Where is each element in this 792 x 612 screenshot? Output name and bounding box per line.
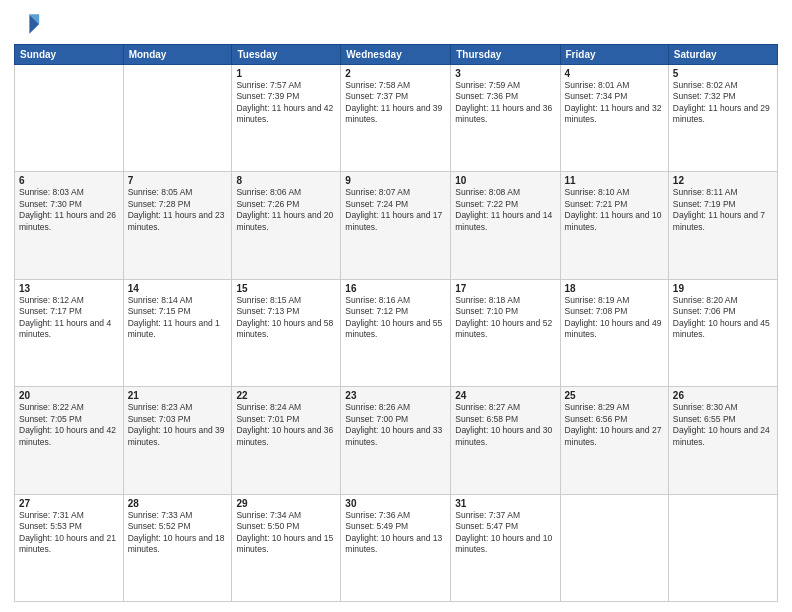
day-header-friday: Friday [560, 45, 668, 65]
day-info: Sunrise: 7:31 AM Sunset: 5:53 PM Dayligh… [19, 510, 119, 556]
day-info: Sunrise: 8:14 AM Sunset: 7:15 PM Dayligh… [128, 295, 228, 341]
day-info: Sunrise: 8:03 AM Sunset: 7:30 PM Dayligh… [19, 187, 119, 233]
day-info: Sunrise: 7:59 AM Sunset: 7:36 PM Dayligh… [455, 80, 555, 126]
calendar-cell: 7Sunrise: 8:05 AM Sunset: 7:28 PM Daylig… [123, 172, 232, 279]
header [14, 10, 778, 38]
day-number: 22 [236, 390, 336, 401]
day-info: Sunrise: 8:19 AM Sunset: 7:08 PM Dayligh… [565, 295, 664, 341]
day-number: 23 [345, 390, 446, 401]
day-number: 29 [236, 498, 336, 509]
calendar-cell: 23Sunrise: 8:26 AM Sunset: 7:00 PM Dayli… [341, 387, 451, 494]
day-number: 14 [128, 283, 228, 294]
calendar-week-1: 1Sunrise: 7:57 AM Sunset: 7:39 PM Daylig… [15, 65, 778, 172]
day-number: 18 [565, 283, 664, 294]
day-info: Sunrise: 8:30 AM Sunset: 6:55 PM Dayligh… [673, 402, 773, 448]
calendar-cell: 11Sunrise: 8:10 AM Sunset: 7:21 PM Dayli… [560, 172, 668, 279]
day-info: Sunrise: 8:11 AM Sunset: 7:19 PM Dayligh… [673, 187, 773, 233]
calendar-cell: 26Sunrise: 8:30 AM Sunset: 6:55 PM Dayli… [668, 387, 777, 494]
day-number: 16 [345, 283, 446, 294]
day-number: 1 [236, 68, 336, 79]
day-info: Sunrise: 7:36 AM Sunset: 5:49 PM Dayligh… [345, 510, 446, 556]
day-info: Sunrise: 8:18 AM Sunset: 7:10 PM Dayligh… [455, 295, 555, 341]
day-header-tuesday: Tuesday [232, 45, 341, 65]
calendar-cell: 5Sunrise: 8:02 AM Sunset: 7:32 PM Daylig… [668, 65, 777, 172]
page: SundayMondayTuesdayWednesdayThursdayFrid… [0, 0, 792, 612]
day-number: 13 [19, 283, 119, 294]
day-info: Sunrise: 8:24 AM Sunset: 7:01 PM Dayligh… [236, 402, 336, 448]
day-info: Sunrise: 8:08 AM Sunset: 7:22 PM Dayligh… [455, 187, 555, 233]
day-number: 20 [19, 390, 119, 401]
logo [14, 10, 46, 38]
calendar-cell: 15Sunrise: 8:15 AM Sunset: 7:13 PM Dayli… [232, 279, 341, 386]
day-number: 31 [455, 498, 555, 509]
day-number: 6 [19, 175, 119, 186]
calendar-cell: 14Sunrise: 8:14 AM Sunset: 7:15 PM Dayli… [123, 279, 232, 386]
calendar-week-3: 13Sunrise: 8:12 AM Sunset: 7:17 PM Dayli… [15, 279, 778, 386]
calendar-cell: 29Sunrise: 7:34 AM Sunset: 5:50 PM Dayli… [232, 494, 341, 601]
calendar-cell [560, 494, 668, 601]
day-info: Sunrise: 8:07 AM Sunset: 7:24 PM Dayligh… [345, 187, 446, 233]
day-number: 2 [345, 68, 446, 79]
calendar-cell: 16Sunrise: 8:16 AM Sunset: 7:12 PM Dayli… [341, 279, 451, 386]
day-number: 24 [455, 390, 555, 401]
calendar-cell: 2Sunrise: 7:58 AM Sunset: 7:37 PM Daylig… [341, 65, 451, 172]
calendar-cell: 24Sunrise: 8:27 AM Sunset: 6:58 PM Dayli… [451, 387, 560, 494]
day-number: 12 [673, 175, 773, 186]
calendar-cell [123, 65, 232, 172]
calendar-cell: 6Sunrise: 8:03 AM Sunset: 7:30 PM Daylig… [15, 172, 124, 279]
calendar-cell [668, 494, 777, 601]
day-number: 21 [128, 390, 228, 401]
day-number: 5 [673, 68, 773, 79]
day-number: 15 [236, 283, 336, 294]
calendar-cell: 20Sunrise: 8:22 AM Sunset: 7:05 PM Dayli… [15, 387, 124, 494]
day-info: Sunrise: 8:01 AM Sunset: 7:34 PM Dayligh… [565, 80, 664, 126]
day-number: 8 [236, 175, 336, 186]
calendar-cell: 27Sunrise: 7:31 AM Sunset: 5:53 PM Dayli… [15, 494, 124, 601]
calendar-week-2: 6Sunrise: 8:03 AM Sunset: 7:30 PM Daylig… [15, 172, 778, 279]
day-header-monday: Monday [123, 45, 232, 65]
calendar-header-row: SundayMondayTuesdayWednesdayThursdayFrid… [15, 45, 778, 65]
day-number: 19 [673, 283, 773, 294]
day-info: Sunrise: 8:12 AM Sunset: 7:17 PM Dayligh… [19, 295, 119, 341]
day-number: 28 [128, 498, 228, 509]
day-number: 7 [128, 175, 228, 186]
day-info: Sunrise: 7:57 AM Sunset: 7:39 PM Dayligh… [236, 80, 336, 126]
day-number: 26 [673, 390, 773, 401]
calendar-cell [15, 65, 124, 172]
day-info: Sunrise: 8:26 AM Sunset: 7:00 PM Dayligh… [345, 402, 446, 448]
calendar-cell: 12Sunrise: 8:11 AM Sunset: 7:19 PM Dayli… [668, 172, 777, 279]
day-info: Sunrise: 7:33 AM Sunset: 5:52 PM Dayligh… [128, 510, 228, 556]
day-number: 11 [565, 175, 664, 186]
day-number: 3 [455, 68, 555, 79]
calendar-cell: 13Sunrise: 8:12 AM Sunset: 7:17 PM Dayli… [15, 279, 124, 386]
calendar-cell: 28Sunrise: 7:33 AM Sunset: 5:52 PM Dayli… [123, 494, 232, 601]
calendar-cell: 22Sunrise: 8:24 AM Sunset: 7:01 PM Dayli… [232, 387, 341, 494]
day-info: Sunrise: 8:20 AM Sunset: 7:06 PM Dayligh… [673, 295, 773, 341]
day-header-saturday: Saturday [668, 45, 777, 65]
day-info: Sunrise: 8:16 AM Sunset: 7:12 PM Dayligh… [345, 295, 446, 341]
day-number: 30 [345, 498, 446, 509]
calendar-table: SundayMondayTuesdayWednesdayThursdayFrid… [14, 44, 778, 602]
calendar-cell: 19Sunrise: 8:20 AM Sunset: 7:06 PM Dayli… [668, 279, 777, 386]
calendar-cell: 18Sunrise: 8:19 AM Sunset: 7:08 PM Dayli… [560, 279, 668, 386]
day-info: Sunrise: 8:06 AM Sunset: 7:26 PM Dayligh… [236, 187, 336, 233]
day-info: Sunrise: 7:34 AM Sunset: 5:50 PM Dayligh… [236, 510, 336, 556]
day-header-thursday: Thursday [451, 45, 560, 65]
calendar-cell: 1Sunrise: 7:57 AM Sunset: 7:39 PM Daylig… [232, 65, 341, 172]
calendar-cell: 4Sunrise: 8:01 AM Sunset: 7:34 PM Daylig… [560, 65, 668, 172]
day-info: Sunrise: 7:37 AM Sunset: 5:47 PM Dayligh… [455, 510, 555, 556]
calendar-cell: 21Sunrise: 8:23 AM Sunset: 7:03 PM Dayli… [123, 387, 232, 494]
day-info: Sunrise: 7:58 AM Sunset: 7:37 PM Dayligh… [345, 80, 446, 126]
day-info: Sunrise: 8:23 AM Sunset: 7:03 PM Dayligh… [128, 402, 228, 448]
logo-icon [14, 10, 42, 38]
day-number: 10 [455, 175, 555, 186]
calendar-cell: 30Sunrise: 7:36 AM Sunset: 5:49 PM Dayli… [341, 494, 451, 601]
day-info: Sunrise: 8:02 AM Sunset: 7:32 PM Dayligh… [673, 80, 773, 126]
calendar-cell: 31Sunrise: 7:37 AM Sunset: 5:47 PM Dayli… [451, 494, 560, 601]
calendar-cell: 17Sunrise: 8:18 AM Sunset: 7:10 PM Dayli… [451, 279, 560, 386]
calendar-cell: 9Sunrise: 8:07 AM Sunset: 7:24 PM Daylig… [341, 172, 451, 279]
calendar-cell: 3Sunrise: 7:59 AM Sunset: 7:36 PM Daylig… [451, 65, 560, 172]
day-info: Sunrise: 8:22 AM Sunset: 7:05 PM Dayligh… [19, 402, 119, 448]
day-info: Sunrise: 8:10 AM Sunset: 7:21 PM Dayligh… [565, 187, 664, 233]
day-number: 27 [19, 498, 119, 509]
